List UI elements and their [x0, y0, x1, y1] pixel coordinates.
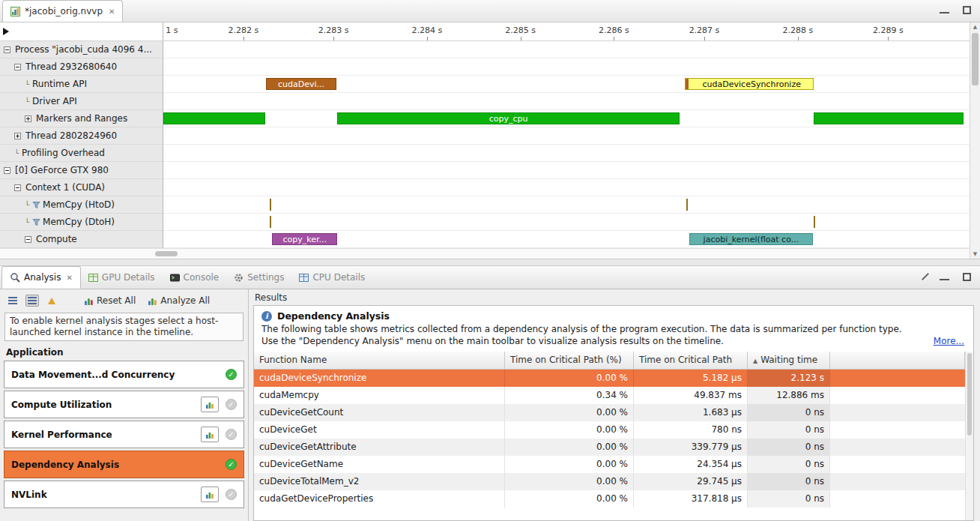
timeline-tree-item-markers-and-ranges[interactable]: Markers and Ranges [0, 110, 163, 127]
scroll-down-icon[interactable]: ▼ [970, 250, 980, 259]
maximize-icon[interactable] [963, 6, 971, 14]
timeline-track-driver-api[interactable] [163, 93, 970, 110]
timeline-hscrollbar[interactable] [0, 248, 970, 259]
memcpy-interval[interactable] [686, 199, 688, 211]
table-row-cudagetdeviceproperties[interactable]: cudaGetDeviceProperties0.00 %317.818 µs0… [254, 490, 965, 508]
minimize-icon[interactable] [940, 7, 949, 13]
timeline-track-markers-and-ranges[interactable]: copy_cpu [163, 110, 970, 127]
pencil-icon[interactable] [922, 273, 929, 280]
timeline-interval-cudadevi[interactable]: cudaDevi... [266, 78, 336, 90]
analyze-all-button[interactable]: Analyze All [145, 294, 213, 307]
close-icon[interactable]: ✕ [107, 7, 115, 16]
table-row-cudevicegetattribute[interactable]: cuDeviceGetAttribute0.00 %339.779 µs0 ns [254, 439, 965, 456]
editor-tab-jacobi[interactable]: *jacobi_orig.nvvp ✕ [2, 0, 123, 22]
expand-icon[interactable] [25, 115, 31, 122]
timeline-vscrollbar[interactable]: ▲ ▼ [970, 22, 980, 259]
maximize-icon[interactable] [963, 273, 971, 281]
timeline-interval-copy-cpu[interactable]: copy_cpu [337, 112, 679, 124]
timeline-track-compute[interactable]: copy_ker...jacobi_kernel(float co... [163, 231, 970, 248]
pane-splitter[interactable] [0, 259, 980, 266]
scroll-up-icon[interactable]: ▲ [970, 22, 980, 31]
chart-icon-button[interactable] [201, 487, 219, 502]
table-row-cudadevicesynchronize[interactable]: cudaDeviceSynchronize0.00 %5.182 µs2.123… [254, 370, 965, 387]
timeline-track-context-1-cuda[interactable] [163, 179, 970, 196]
column-header-waiting-time[interactable]: ▲Waiting time [748, 352, 830, 369]
timeline-row-label: Compute [36, 234, 77, 244]
table-row-cudevicetotalmem-v2[interactable]: cuDeviceTotalMem_v20.00 %29.745 µs0 ns [254, 473, 965, 490]
grouped-view-icon[interactable] [25, 295, 39, 307]
table-row-cudevicegetcount[interactable]: cuDeviceGetCount0.00 %1.683 µs0 ns [254, 404, 965, 421]
up-arrow-icon[interactable] [48, 298, 55, 304]
analysis-stage-dependency-analysis[interactable]: Dependency Analysis✓ [4, 451, 244, 478]
collapse-icon[interactable] [14, 184, 21, 191]
expand-icon[interactable] [14, 133, 21, 139]
timeline-track-runtime-api[interactable]: cudaDevi...cudaDeviceSynchronize [163, 76, 970, 93]
memcpy-interval[interactable] [814, 216, 815, 228]
collapse-icon[interactable] [4, 46, 10, 53]
column-header-time-on-critical-path[interactable]: Time on Critical Path (%) [505, 352, 634, 369]
timeline-track-memcpy-htod[interactable] [163, 196, 970, 214]
analysis-stage-data-movement-d-concurrency[interactable]: Data Movement...d Concurrency✓ [4, 361, 244, 388]
hscroll-thumb[interactable] [155, 251, 178, 256]
chart-icon-button[interactable] [201, 397, 219, 412]
more-link[interactable]: More... [934, 336, 964, 348]
timeline-tree-item-0-geforce-gtx-980[interactable]: [0] GeForce GTX 980 [0, 162, 163, 179]
timeline-tree-item-process-jacobi-cuda-4096-4[interactable]: Process "jacobi_cuda 4096 4... [0, 41, 163, 58]
timeline-track-profiling-overhead[interactable] [163, 145, 970, 162]
table-cell: 0.00 % [505, 439, 634, 456]
timeline-row: └MemCpy (DtoH) [0, 214, 970, 231]
collapse-icon[interactable] [25, 236, 31, 243]
tab-analysis[interactable]: Analysis ✕ [1, 266, 81, 289]
timeline-track-0-geforce-gtx-980[interactable] [163, 162, 970, 179]
tab-cpu-details[interactable]: CPU Details [291, 266, 372, 289]
analysis-stage-kernel-performance[interactable]: Kernel Performance✓ [4, 421, 244, 448]
tab-console[interactable]: Console [163, 266, 227, 289]
column-header-time-on-critical-path[interactable]: Time on Critical Path [634, 352, 748, 369]
analysis-stage-nvlink[interactable]: NVLink✓ [4, 481, 244, 508]
close-icon[interactable]: ✕ [64, 274, 72, 282]
tab-settings[interactable]: Settings [226, 266, 291, 289]
table-row-cudamemcpy[interactable]: cudaMemcpy0.34 %49.837 ms12.886 ms [254, 387, 965, 404]
timeline-tree-item-thread-2932680640[interactable]: Thread 2932680640 [0, 58, 163, 76]
collapse-icon[interactable] [14, 64, 21, 70]
timeline-tree-item-thread-2802824960[interactable]: Thread 2802824960 [0, 127, 163, 145]
results-vscrollbar[interactable] [965, 352, 973, 520]
timeline-track-thread-2932680640[interactable] [163, 58, 970, 76]
list-view-icon[interactable] [6, 295, 19, 307]
ruler-tick-mark [798, 37, 799, 40]
timeline-row-label: Thread 2802824960 [25, 130, 117, 141]
timeline-ruler[interactable]: 1 s2.282 s2.283 s2.284 s2.285 s2.286 s2.… [163, 22, 970, 40]
table-row-cudevicegetname[interactable]: cuDeviceGetName0.00 %24.354 µs0 ns [254, 456, 965, 473]
timeline-track-process-jacobi-cuda-4096-4[interactable] [163, 41, 970, 58]
vscroll-thumb[interactable] [972, 33, 979, 85]
timeline-tree-item-profiling-overhead[interactable]: └Profiling Overhead [0, 145, 163, 162]
timeline-tree-item-context-1-cuda[interactable]: Context 1 (CUDA) [0, 179, 163, 196]
timeline-interval-copy-ker[interactable]: copy_ker... [272, 233, 337, 245]
reset-all-button[interactable]: Reset All [81, 294, 139, 307]
timeline-track-thread-2802824960[interactable] [163, 127, 970, 145]
timeline-tree-item-runtime-api[interactable]: └Runtime API [0, 76, 163, 93]
memcpy-interval[interactable] [270, 216, 271, 228]
timeline-tree-item-memcpy-dtoh[interactable]: └MemCpy (DtoH) [0, 214, 163, 231]
results-table: Function NameTime on Critical Path (%)Ti… [254, 352, 965, 508]
tab-gpu-details[interactable]: GPU Details [81, 266, 163, 289]
chart-icon-button[interactable] [201, 427, 219, 442]
timeline-interval-cudadevicesynchronize[interactable]: cudaDeviceSynchronize [685, 78, 814, 90]
timeline-track-memcpy-dtoh[interactable] [163, 214, 970, 231]
collapse-icon[interactable] [4, 167, 10, 174]
timeline-interval[interactable] [163, 112, 265, 124]
column-header-function-name[interactable]: Function Name [254, 352, 505, 369]
timeline-interval-jacobi-kernel-float-co[interactable]: jacobi_kernel(float co... [689, 233, 814, 245]
timeline-interval[interactable] [814, 112, 964, 124]
timeline-tree-item-memcpy-htod[interactable]: └MemCpy (HtoD) [0, 196, 163, 214]
results-table-area: Function NameTime on Critical Path (%)Ti… [254, 352, 973, 520]
timeline-tree-item-driver-api[interactable]: └Driver API [0, 93, 163, 110]
table-cell: 0 ns [748, 456, 830, 473]
analysis-stage-compute-utilization[interactable]: Compute Utilization✓ [4, 391, 244, 418]
memcpy-interval[interactable] [270, 199, 271, 211]
console-tab-icon [170, 273, 180, 283]
table-row-cudeviceget[interactable]: cuDeviceGet0.00 %780 ns0 ns [254, 421, 965, 439]
timeline-tree-item-compute[interactable]: Compute [0, 231, 163, 248]
minimize-icon[interactable] [940, 274, 949, 280]
results-vscroll-thumb[interactable] [967, 353, 972, 436]
